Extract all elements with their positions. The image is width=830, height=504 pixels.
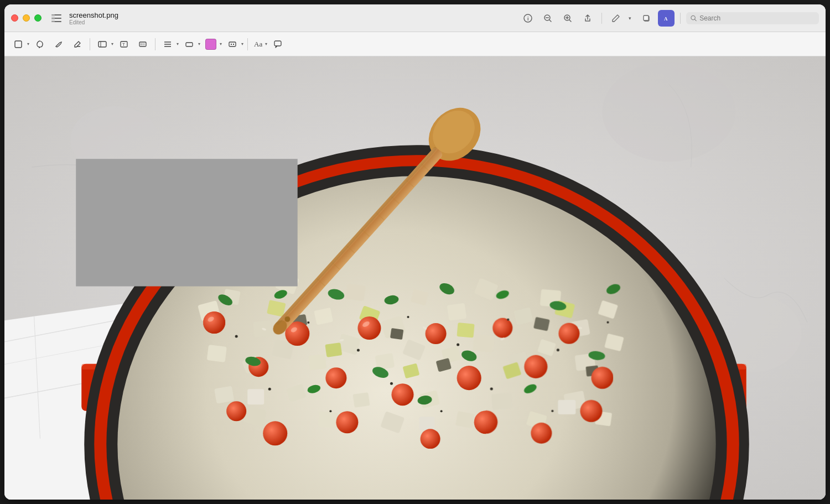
pen-dropdown-button[interactable]: ▾ (625, 10, 635, 27)
draw-tool-button[interactable] (50, 36, 67, 53)
svg-line-12 (569, 20, 571, 22)
file-info: screenshot.png Edited (69, 11, 118, 25)
share-button[interactable] (579, 10, 596, 27)
shapes-tool-group: ▾ (94, 36, 113, 53)
stroke-style-group: ▾ (224, 36, 243, 53)
minimize-button[interactable] (23, 14, 30, 22)
search-input[interactable] (699, 14, 815, 22)
align-tool-group: ▾ (159, 36, 179, 53)
selection-tool-group: ▾ (10, 36, 29, 53)
comment-tool-button[interactable] (269, 36, 286, 53)
fill-color-button[interactable] (203, 36, 219, 53)
textbox-tool-button[interactable]: T (116, 36, 132, 53)
search-icon (691, 15, 697, 22)
fill-color-swatch (205, 39, 216, 50)
selection-dropdown-arrow[interactable]: ▾ (27, 41, 29, 46)
svg-text:i: i (527, 16, 529, 22)
svg-text:A: A (664, 16, 668, 22)
font-tool-button[interactable]: Aa (252, 36, 264, 53)
search-bar[interactable] (686, 12, 819, 24)
blur-tool-button[interactable] (134, 36, 151, 53)
canvas-area[interactable] (4, 56, 826, 500)
markup-button[interactable]: A (658, 10, 675, 27)
titlebar: screenshot.png Edited i (4, 4, 826, 32)
traffic-lights (11, 14, 42, 22)
toolbar-separator-1 (90, 38, 90, 50)
stroke-style-button[interactable] (224, 36, 241, 53)
svg-rect-25 (139, 42, 146, 46)
toolbar-separator-3 (247, 38, 248, 50)
svg-line-18 (694, 19, 696, 20)
svg-text:T: T (122, 42, 125, 47)
svg-rect-19 (15, 41, 22, 48)
align-dropdown-arrow[interactable]: ▾ (177, 41, 179, 46)
svg-rect-14 (644, 15, 649, 20)
lasso-tool-button[interactable] (32, 36, 48, 53)
svg-rect-34 (274, 41, 281, 46)
separator-2 (680, 13, 681, 24)
svg-rect-21 (98, 41, 106, 47)
file-status: Edited (69, 19, 118, 25)
info-button[interactable]: i (520, 10, 536, 27)
svg-line-8 (549, 20, 551, 22)
sidebar-toggle-button[interactable] (48, 10, 65, 27)
pen-tool-group: ▾ (608, 10, 635, 27)
toolbar-separator-2 (155, 38, 155, 50)
close-button[interactable] (11, 14, 18, 22)
canvas-click-area[interactable] (4, 56, 826, 500)
align-tool-button[interactable] (159, 36, 176, 53)
pen-button[interactable] (608, 10, 624, 27)
font-tool-group: Aa ▾ (252, 36, 267, 53)
shapes-dropdown-arrow[interactable]: ▾ (111, 41, 113, 46)
fill-color-dropdown-arrow[interactable]: ▾ (220, 41, 222, 46)
selection-tool-button[interactable] (10, 36, 27, 53)
maximize-button[interactable] (34, 14, 42, 22)
zoom-out-button[interactable] (540, 10, 556, 27)
eraser-tool-button[interactable] (69, 36, 86, 53)
svg-rect-31 (186, 43, 193, 46)
font-dropdown-arrow[interactable]: ▾ (265, 41, 267, 46)
toolbar: ▾ (4, 32, 826, 56)
duplicate-window-button[interactable] (638, 10, 655, 27)
stroke-tool-group: ▾ (181, 36, 200, 53)
stroke-tool-button[interactable] (181, 36, 198, 53)
svg-rect-32 (229, 42, 236, 46)
zoom-in-button[interactable] (559, 10, 576, 27)
preview-window: screenshot.png Edited i (4, 4, 826, 500)
file-name: screenshot.png (69, 11, 118, 19)
font-label: Aa (254, 40, 262, 49)
stroke-style-dropdown-arrow[interactable]: ▾ (241, 41, 243, 46)
titlebar-actions: i (520, 10, 819, 27)
svg-rect-3 (51, 14, 55, 22)
stroke-dropdown-arrow[interactable]: ▾ (198, 41, 200, 46)
fill-color-group: ▾ (203, 36, 222, 53)
separator (601, 13, 602, 24)
shapes-tool-button[interactable] (94, 36, 111, 53)
